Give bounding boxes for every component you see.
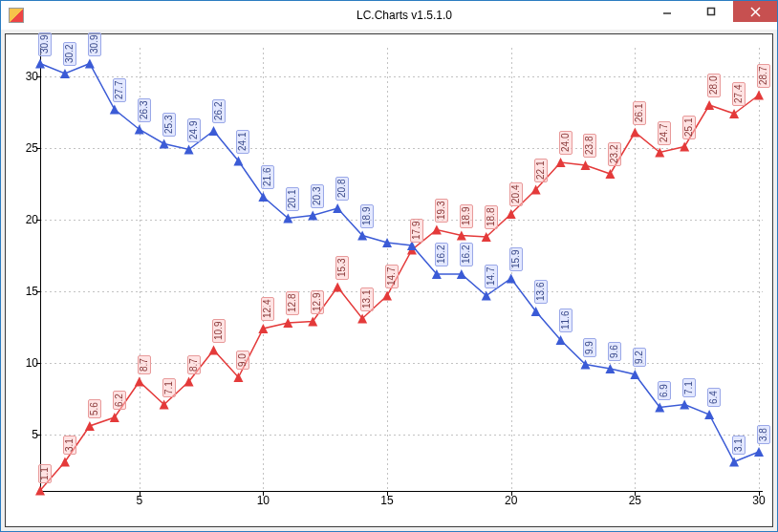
data-label: 12.8 [286,291,299,315]
data-label: 6.9 [658,381,671,400]
data-label: 13.6 [534,280,548,304]
data-label: 1.1 [38,464,52,483]
data-label: 5.6 [88,399,101,418]
data-label: 15.3 [335,255,349,279]
data-label: 23.2 [608,142,621,166]
data-label: 26.3 [138,97,151,121]
x-tick-label: 30 [752,494,765,507]
titlebar[interactable]: LC.Charts v1.5.1.0 [1,1,777,30]
chart-plot: 51015202530510152025301.13.15.66.28.77.1… [6,34,772,526]
data-point [630,128,639,138]
data-label: 16.2 [435,243,448,266]
data-label: 22.1 [534,158,548,181]
data-label: 9.2 [633,348,646,367]
data-point [110,105,119,115]
data-label: 9.0 [236,351,249,370]
data-label: 26.1 [633,100,646,124]
data-label: 16.2 [460,243,473,266]
data-label: 17.9 [410,218,423,242]
maximize-icon [706,7,716,16]
data-label: 12.9 [311,289,324,313]
data-label: 8.7 [187,355,201,374]
data-point [729,458,739,467]
data-point [630,370,639,379]
data-point [754,91,764,100]
data-label: 30.9 [88,32,101,55]
data-label: 7.1 [162,378,176,397]
data-label: 8.7 [138,355,151,374]
data-label: 30.2 [63,42,76,66]
app-icon [9,8,24,23]
data-label: 3.8 [757,425,770,444]
data-label: 18.9 [360,203,374,227]
data-label: 3.1 [732,436,746,455]
x-tick-label: 10 [257,494,270,507]
data-label: 19.3 [435,198,448,222]
data-point [507,274,516,284]
data-point [160,139,169,149]
x-tick-label: 25 [629,494,641,507]
data-point [704,100,714,110]
data-label: 6.2 [113,391,126,410]
close-icon [750,7,761,17]
data-label: 12.4 [261,297,274,321]
data-label: 28.0 [707,74,721,97]
app-window: LC.Charts v1.5.1.0 510152025305101520253… [0,0,778,532]
data-label: 20.8 [335,177,349,201]
data-point [333,203,342,213]
y-tick-label: 10 [26,356,38,370]
data-label: 24.9 [187,117,201,141]
data-point [135,377,144,387]
maximize-button[interactable] [689,1,733,22]
data-label: 25.1 [682,115,696,138]
data-label: 24.7 [658,120,671,144]
data-point [680,142,689,152]
data-label: 14.7 [485,264,498,287]
client-area: 51015202530510152025301.13.15.66.28.77.1… [1,30,777,531]
data-point [605,169,615,179]
x-tick-label: 20 [505,494,517,507]
data-point [209,126,219,136]
minimize-icon [662,7,672,16]
data-point [258,324,268,333]
data-label: 25.3 [162,112,176,136]
data-label: 9.6 [608,342,621,361]
window-controls [645,1,777,22]
data-label: 18.8 [485,205,498,229]
data-label: 20.3 [311,183,324,207]
data-label: 18.9 [460,203,473,227]
chart-frame: 51015202530510152025301.13.15.66.28.77.1… [5,33,773,527]
data-point [85,421,95,431]
data-label: 20.4 [509,182,523,206]
data-label: 9.9 [583,338,596,357]
y-tick-label: 30 [26,70,38,83]
data-point [60,458,70,467]
data-label: 3.1 [63,436,76,455]
data-label: 24.0 [559,131,573,155]
data-label: 27.4 [732,82,746,106]
data-point [258,192,268,202]
minimize-button[interactable] [645,1,689,22]
data-point [35,59,45,69]
data-label: 10.9 [212,318,226,342]
data-label: 28.7 [757,63,770,87]
data-label: 13.1 [360,287,374,310]
y-tick-label: 5 [32,428,38,441]
series-line-blue [40,64,759,462]
data-point [110,413,119,422]
data-label: 30.9 [38,32,52,55]
close-button[interactable] [733,1,777,22]
x-tick-label: 5 [136,494,142,507]
series-line-red [40,96,759,491]
data-label: 15.9 [509,246,523,270]
data-label: 21.6 [261,165,274,189]
data-label: 14.7 [385,264,399,287]
data-label: 6.4 [707,388,721,407]
data-label: 24.1 [236,129,249,153]
data-point [704,410,714,419]
y-tick-label: 15 [26,285,38,298]
data-label: 20.1 [286,186,299,210]
data-point [209,346,219,355]
data-label: 26.2 [212,99,226,123]
data-label: 7.1 [682,378,696,397]
